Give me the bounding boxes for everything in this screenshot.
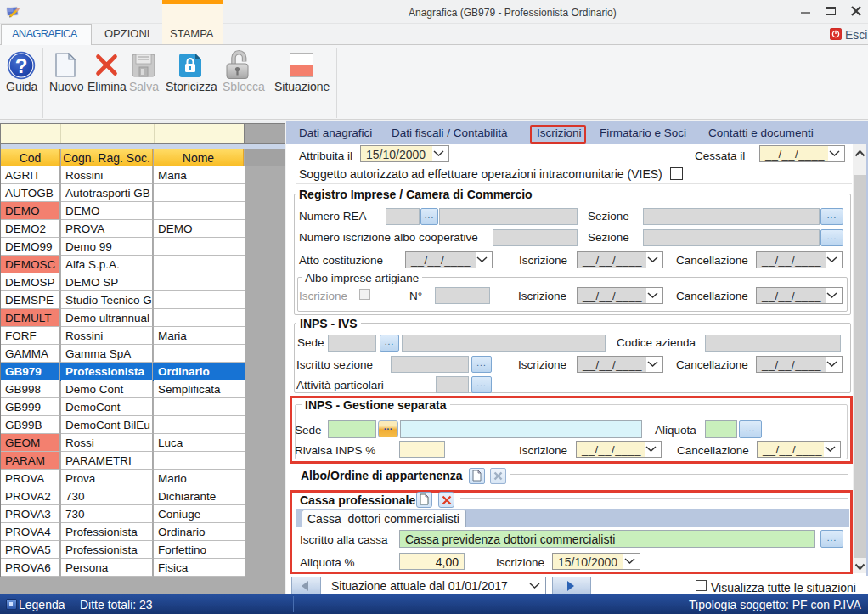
svg-text:?: ? (15, 54, 28, 77)
